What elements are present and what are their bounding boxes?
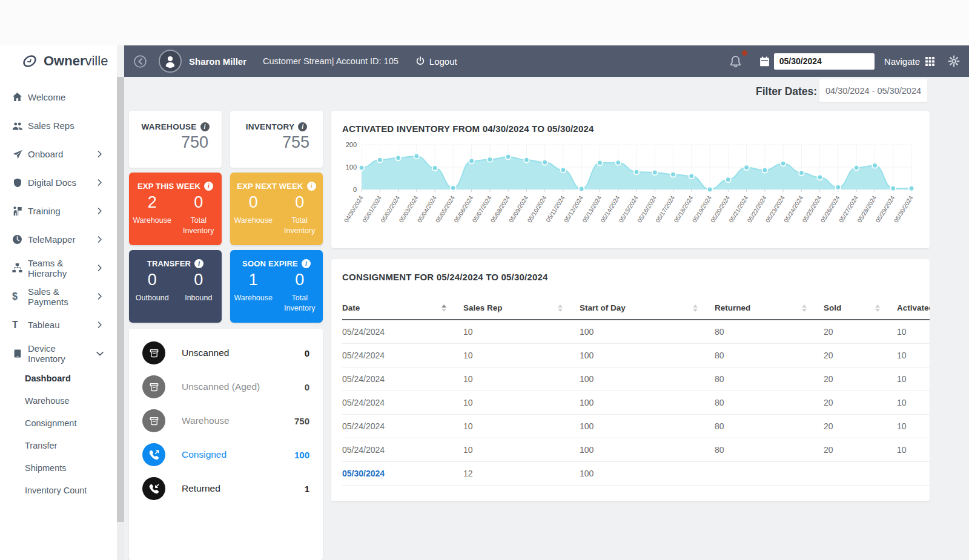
status-row-warehouse[interactable]: Warehouse 750 (129, 404, 323, 438)
table-cell (897, 462, 930, 486)
column-header-sold[interactable]: Sold (824, 298, 897, 320)
table-cell: 80 (715, 344, 824, 367)
status-row-consigned[interactable]: Consigned 100 (129, 438, 323, 472)
svg-text:200: 200 (346, 141, 357, 148)
column-header-start-of-day[interactable]: Start of Day (580, 298, 715, 320)
status-value: 1 (305, 484, 309, 494)
column-header-returned[interactable]: Returned (715, 298, 824, 320)
table-cell: 80 (715, 367, 824, 391)
navigate-button[interactable]: Navigate (884, 56, 920, 67)
table-cell: 10 (463, 344, 580, 367)
sidebar-item-onboard[interactable]: Onboard (0, 140, 117, 168)
sidebar-subitem-shipments[interactable]: Shipments (0, 457, 117, 479)
settings-gear-icon[interactable] (948, 55, 960, 67)
column-header-sales-rep[interactable]: Sales Rep (463, 298, 580, 320)
back-icon[interactable] (133, 54, 147, 68)
table-cell: 20 (824, 391, 897, 415)
table-cell: 100 (580, 438, 715, 462)
svg-text:0: 0 (353, 186, 357, 193)
status-row-unscanned-aged[interactable]: Unscanned (Aged) 0 (129, 370, 323, 404)
shield-icon (10, 178, 25, 188)
sidebar-item-label: Onboard (28, 149, 92, 159)
table-cell: 05/24/2024 (342, 367, 463, 391)
card-soon-expire: SOON EXPIRE i 10 WarehouseTotal Inventor… (230, 250, 323, 323)
consignment-table-card: CONSIGNMENT FOR 05/24/2024 TO 05/30/2024… (331, 259, 930, 501)
avatar[interactable] (159, 50, 182, 73)
status-row-returned[interactable]: Returned 1 (129, 472, 323, 506)
user-name[interactable]: Sharon Miller (189, 56, 246, 67)
sidebar-item-sales-payments[interactable]: $Sales & Payments (0, 282, 117, 311)
sort-icon[interactable] (442, 303, 446, 312)
header-date-input[interactable] (774, 53, 875, 70)
sidebar-item-teams-hierarchy[interactable]: Teams & Hierarchy (0, 254, 117, 282)
status-value: 0 (305, 382, 309, 392)
card-value-label: Total Inventory (277, 216, 323, 236)
card-title: INVENTORY (246, 122, 295, 131)
inventory-card: INVENTORYi 755 (230, 111, 323, 168)
sidebar-item-training[interactable]: Training (0, 197, 117, 225)
info-icon[interactable]: i (298, 122, 307, 131)
table-row: 05/24/202410100802010 (342, 438, 930, 462)
table-row: 05/24/202410100802010 (342, 367, 930, 391)
calendar-icon[interactable] (759, 56, 770, 67)
table-cell: 100 (580, 391, 715, 415)
table-cell: 20 (824, 344, 897, 367)
sidebar-item-label: Device Inventory (28, 343, 92, 364)
table-cell[interactable]: 05/30/2024 (342, 462, 463, 486)
sidebar-scrollbar-thumb[interactable] (117, 77, 124, 522)
table-cell: 20 (824, 415, 897, 438)
table-cell: 05/24/2024 (342, 344, 463, 367)
table-cell: 10 (463, 391, 580, 415)
sidebar-nav: WelcomeSales RepsOnboardDigital DocsTrai… (0, 77, 117, 502)
logout-button[interactable]: Logout (415, 56, 457, 67)
card-title: EXP THIS WEEK (137, 182, 200, 191)
info-icon[interactable]: i (204, 182, 213, 191)
table-cell: 10 (463, 320, 580, 344)
card-title: WAREHOUSE (141, 122, 196, 131)
paper-plane-icon (10, 150, 25, 159)
sidebar-subitem-transfer[interactable]: Transfer (0, 435, 117, 457)
dollar-icon: $ (10, 291, 25, 302)
status-label: Unscanned (182, 348, 305, 358)
column-header-activated[interactable]: Activated (897, 298, 930, 320)
card-value-label: Total Inventory (176, 216, 222, 236)
home-icon (10, 92, 25, 102)
sort-icon[interactable] (875, 303, 880, 312)
card-value-label: Warehouse (230, 293, 277, 314)
sidebar-subitem-dashboard[interactable]: Dashboard (0, 367, 117, 390)
users-icon (10, 120, 25, 131)
sort-icon[interactable] (558, 303, 563, 312)
info-icon[interactable]: i (200, 122, 210, 131)
top-band (0, 0, 969, 45)
apps-grid-icon[interactable] (925, 56, 935, 67)
sort-icon[interactable] (693, 303, 698, 312)
card-value-label: Inbound (176, 293, 222, 303)
logout-label: Logout (429, 56, 457, 67)
sidebar-subitem-consignment[interactable]: Consignment (0, 412, 117, 435)
table-cell: 10 (897, 391, 930, 415)
card-title: TRANSFER (147, 259, 191, 268)
sidebar-item-label: Sales & Payments (28, 286, 92, 307)
column-header-date[interactable]: Date (342, 298, 463, 320)
sidebar-item-device-inventory[interactable]: Device Inventory (0, 339, 117, 367)
sidebar-item-sales-reps[interactable]: Sales Reps (0, 111, 117, 140)
info-icon[interactable]: i (307, 182, 316, 191)
notifications-bell-icon[interactable] (729, 55, 742, 68)
info-icon[interactable]: i (194, 259, 203, 268)
sidebar-item-telemapper[interactable]: TeleMapper (0, 225, 117, 254)
sidebar-subitem-warehouse[interactable]: Warehouse (0, 390, 117, 412)
status-row-unscanned[interactable]: Unscanned 0 (129, 336, 323, 370)
sidebar-item-digital-docs[interactable]: Digital Docs (0, 168, 117, 197)
card-value: 1 (230, 271, 277, 289)
sitemap-icon (10, 263, 25, 273)
sort-icon[interactable] (802, 303, 807, 312)
sidebar-item-tableau[interactable]: TTableau (0, 311, 117, 339)
info-icon[interactable]: i (302, 259, 311, 268)
power-icon (415, 56, 425, 66)
card-value: 0 (277, 193, 323, 212)
sidebar-item-welcome[interactable]: Welcome (0, 83, 117, 111)
filter-dates-range[interactable]: 04/30/2024 - 05/30/2024 (819, 79, 928, 102)
card-title: SOON EXPIRE (242, 259, 298, 268)
clock-icon (10, 234, 25, 245)
sidebar-subitem-inventory-count[interactable]: Inventory Count (0, 479, 117, 502)
